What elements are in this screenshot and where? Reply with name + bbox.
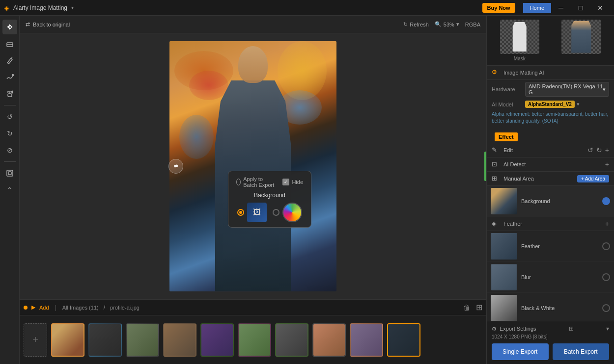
ai-detect-add-btn[interactable]: + [605, 160, 609, 168]
ai-detect-section[interactable]: ⊡ AI Detect + [487, 157, 614, 172]
manual-area-icon: ⊞ [492, 175, 500, 182]
canvas-toolbar-right: ↻ Refresh 🔍 53% ▾ RGBA [403, 21, 480, 27]
export-buttons: Single Export Batch Export [492, 343, 609, 360]
redo-tool[interactable]: ↻ [2, 126, 17, 141]
info-dot [24, 306, 28, 310]
collapse-tool[interactable]: ⌃ [2, 182, 17, 197]
compare-handle[interactable]: ⇌ [168, 159, 183, 174]
result-preview-thumb [561, 20, 601, 54]
title-chevron[interactable]: ▾ [71, 5, 74, 10]
ai-label: Image Matting AI [503, 70, 544, 76]
blur-effect[interactable]: Blur [487, 262, 614, 293]
thumbnail-5[interactable] [200, 323, 234, 357]
close-button[interactable]: ✕ [590, 0, 610, 16]
feather-effect[interactable]: Feather [487, 231, 614, 262]
frame-tool[interactable] [2, 166, 17, 181]
add-area-button[interactable]: + Add Area [577, 175, 609, 182]
thumbnail-6[interactable] [238, 323, 271, 357]
spray-tool[interactable] [2, 86, 17, 101]
export-expand-icon[interactable]: ⊞ [569, 325, 574, 332]
home-button[interactable]: Home [523, 3, 551, 13]
refresh-label: Refresh [410, 22, 429, 27]
bg-image-option[interactable]: 🖼 [247, 203, 267, 222]
feather-label: Feather [521, 243, 598, 249]
zoom-icon: 🔍 [435, 21, 442, 27]
popup-option-2[interactable] [273, 203, 302, 222]
left-toolbar: ✥ [0, 16, 20, 364]
thumbnail-active[interactable] [387, 323, 420, 357]
thumbnail-7[interactable] [275, 323, 308, 357]
batch-export-button[interactable]: Batch Export [553, 343, 610, 360]
popup-title: Background [254, 192, 285, 199]
canvas-background [169, 41, 336, 291]
add-label: ▶ [31, 304, 35, 311]
settings-icon: ⚙ [492, 326, 497, 332]
feather-section[interactable]: ◈ Feather + [487, 217, 614, 231]
undo-tool[interactable]: ↺ [2, 109, 17, 124]
edit-title: Edit [503, 147, 584, 153]
edit-icon: ✎ [492, 146, 500, 154]
expand-icon[interactable]: ⊞ [476, 303, 482, 312]
refresh-button[interactable]: ↻ Refresh [403, 21, 429, 27]
add-image-button[interactable]: + [24, 323, 47, 357]
zoom-chevron: ▾ [456, 21, 459, 27]
blur-thumb [491, 264, 517, 290]
thumbnail-1[interactable] [51, 323, 84, 357]
eraser-tool[interactable] [2, 36, 17, 51]
thumbnail-9[interactable] [350, 323, 383, 357]
redo-btn[interactable]: ↻ [596, 146, 602, 154]
mask-preview-card: Mask [491, 20, 549, 61]
hide-checkbox[interactable]: ✓ Hide [282, 179, 303, 185]
background-label: Background [521, 198, 598, 204]
edit-add-btn[interactable]: + [605, 146, 609, 154]
feather-icon: ◈ [492, 220, 500, 228]
back-icon: ⇄ [26, 21, 30, 27]
canvas-image-wrapper: ⇌ Apply to Batch Export ✓ Hide Backgroun [169, 41, 336, 291]
thumbnail-4[interactable] [163, 323, 196, 357]
brush-tool[interactable] [2, 53, 17, 68]
feather-title: Feather [503, 221, 601, 227]
manual-area-section[interactable]: ⊞ Manual Area + Add Area [487, 172, 614, 186]
maximize-button[interactable]: □ [571, 0, 590, 16]
popup-option-1[interactable]: 🖼 [237, 203, 267, 222]
right-panel: Mask ⚙ Image Matting AI Hardware AMD Rad… [486, 16, 614, 364]
move-tool[interactable]: ✥ [2, 20, 17, 34]
mask-label: Mask [514, 56, 526, 61]
apply-batch-checkbox[interactable]: Apply to Batch Export [236, 176, 275, 188]
paint-tool[interactable] [2, 70, 17, 84]
minimize-button[interactable]: ─ [551, 0, 571, 16]
undo-btn[interactable]: ↺ [587, 146, 593, 154]
thumbnail-2[interactable] [88, 323, 122, 357]
delete-icon[interactable]: 🗑 [463, 304, 470, 312]
zoom-control[interactable]: 🔍 53% ▾ [435, 21, 459, 27]
ai-detect-title: AI Detect [503, 161, 601, 167]
export-chevron[interactable]: ▾ [606, 325, 609, 332]
export-section: ⚙ Export Settings ⊞ ▾ 1024 X 1280 PNG [8… [487, 321, 614, 364]
canvas-container: ⇌ Apply to Batch Export ✓ Hide Backgroun [20, 33, 486, 299]
buy-now-button[interactable]: Buy Now [482, 3, 515, 13]
thumbnail-8[interactable] [312, 323, 346, 357]
bw-effect[interactable]: Black & White [487, 293, 614, 321]
background-thumb [491, 188, 517, 214]
effect-label[interactable]: Effect [495, 132, 518, 141]
ai-model-value[interactable]: AlphaStandard_V2 [525, 101, 575, 108]
bw-circle [602, 304, 610, 312]
feather-add-btn[interactable]: + [605, 220, 609, 228]
single-export-button[interactable]: Single Export [492, 343, 549, 360]
hardware-value[interactable]: AMD Radeon(TM) RX Vega 11 G ▾ [525, 82, 609, 97]
export-settings-title: ⚙ Export Settings [492, 326, 536, 332]
model-chevron[interactable]: ▾ [577, 101, 580, 107]
color-wheel-option[interactable] [282, 203, 302, 222]
bottom-info-bar: ▶ Add | All Images (11) / profile-ai.jpg… [20, 299, 486, 315]
path-all-images[interactable]: All Images (11) [62, 305, 99, 311]
head-shape [238, 46, 268, 83]
reset-tool[interactable]: ⊘ [2, 143, 17, 157]
hardware-value-text: AMD Radeon(TM) RX Vega 11 G [529, 83, 603, 95]
tool-divider-1 [4, 105, 16, 105]
background-effect[interactable]: Background [487, 186, 614, 217]
add-text[interactable]: Add [39, 305, 49, 311]
back-to-original-button[interactable]: ⇄ Back to original [26, 21, 70, 27]
thumbnail-3[interactable] [126, 323, 159, 357]
ai-model-row: AI Model AlphaStandard_V2 ▾ [487, 99, 614, 110]
edit-section-header[interactable]: ✎ Edit ↺ ↻ + [487, 143, 614, 157]
